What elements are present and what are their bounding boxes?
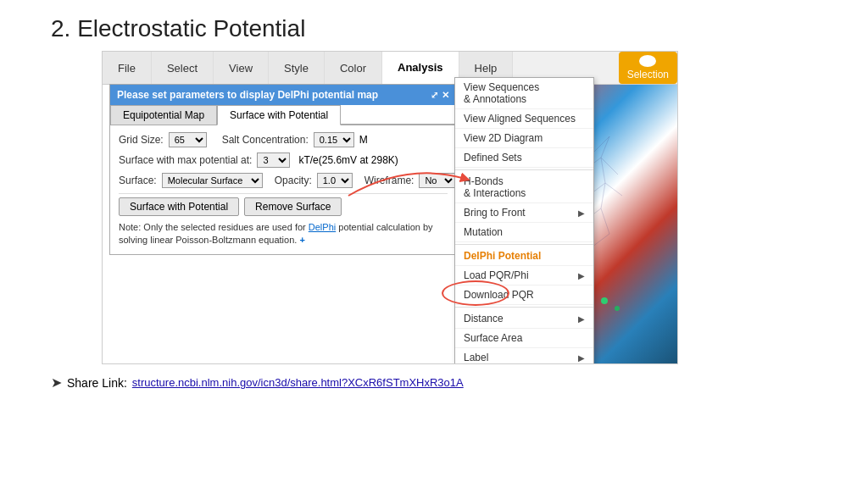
tab-equipotential[interactable]: Equipotential Map — [110, 105, 217, 125]
dropdown-defined-sets[interactable]: Defined Sets — [455, 148, 593, 168]
share-link-area: ➤ Share Link: structure.ncbi.nlm.nih.gov… — [0, 364, 868, 391]
dropdown-view-2d[interactable]: View 2D Diagram — [455, 129, 593, 148]
menu-selection[interactable]: Selection — [619, 52, 677, 84]
analysis-dropdown: View Sequences& Annotations View Aligned… — [454, 77, 594, 364]
dropdown-bring-front[interactable]: Bring to Front ▶ — [455, 203, 593, 223]
surface-max-select[interactable]: 3 1 5 10 — [257, 152, 290, 168]
surface-max-label: Surface with max potential at: — [119, 154, 252, 166]
distance-arrow: ▶ — [578, 314, 585, 324]
dropdown-surface-area[interactable]: Surface Area — [455, 329, 593, 348]
dialog-title-bar: Please set parameters to display DelPhi … — [110, 85, 456, 105]
menu-color[interactable]: Color — [325, 52, 382, 84]
delphi-dialog: Please set parameters to display DelPhi … — [109, 84, 457, 255]
dropdown-delphi[interactable]: DelPhi Potential — [455, 247, 593, 266]
menu-file[interactable]: File — [103, 52, 152, 84]
arrow-icon: ▶ — [578, 208, 585, 218]
dropdown-hbonds[interactable]: H-Bonds& Interactions — [455, 172, 593, 203]
dropdown-label[interactable]: Label ▶ — [455, 348, 593, 364]
dialog-buttons-row: Surface with Potential Remove Surface — [119, 197, 448, 216]
dropdown-download-pqr[interactable]: Download PQR — [455, 286, 593, 305]
dialog-resize-icon[interactable]: ⤢ — [431, 90, 438, 101]
surface-with-potential-button[interactable]: Surface with Potential — [119, 197, 239, 216]
tab-surface-potential[interactable]: Surface with Potential — [217, 105, 341, 125]
opacity-label: Opacity: — [275, 175, 312, 186]
selection-label: Selection — [627, 69, 669, 80]
screenshot-container: File Select View Style Color Analysis He… — [102, 51, 678, 364]
delphi-link[interactable]: DelPhi — [309, 222, 336, 232]
dialog-controls[interactable]: ⤢ ✕ — [431, 90, 449, 101]
dropdown-sep2 — [455, 244, 593, 245]
page-title: 2. Electrostatic Potential — [0, 0, 868, 51]
menu-view[interactable]: View — [214, 52, 269, 84]
dialog-title: Please set parameters to display DelPhi … — [117, 89, 378, 101]
note-text: Note: Only the selected residues are use… — [119, 222, 306, 232]
load-pqr-arrow: ▶ — [578, 271, 585, 280]
dropdown-mutation[interactable]: Mutation — [455, 223, 593, 242]
dialog-note: Note: Only the selected residues are use… — [119, 221, 448, 247]
share-arrow-icon: ➤ — [51, 374, 62, 391]
dropdown-sep3 — [455, 307, 593, 308]
menu-style[interactable]: Style — [269, 52, 325, 84]
dropdown-distance[interactable]: Distance ▶ — [455, 309, 593, 329]
selection-icon — [639, 55, 656, 67]
label-arrow: ▶ — [578, 353, 585, 363]
grid-size-select[interactable]: 65 33 129 — [169, 132, 207, 147]
dialog-close-icon[interactable]: ✕ — [442, 90, 449, 101]
salt-unit: M — [359, 134, 368, 146]
surface-label: Surface: — [119, 175, 157, 186]
salt-conc-select[interactable]: 0.15 0.1 0.0 — [314, 132, 354, 147]
remove-surface-button[interactable]: Remove Surface — [244, 197, 342, 216]
wireframe-label: Wireframe: — [364, 175, 415, 186]
share-prefix: Share Link: — [67, 376, 127, 390]
grid-size-row: Grid Size: 65 33 129 Salt Concentration:… — [119, 132, 448, 147]
wireframe-select[interactable]: No Yes — [419, 173, 456, 188]
menu-analysis[interactable]: Analysis — [382, 52, 459, 84]
dialog-body: Grid Size: 65 33 129 Salt Concentration:… — [110, 125, 456, 254]
menu-select[interactable]: Select — [152, 52, 214, 84]
dropdown-sep1 — [455, 169, 593, 170]
dropdown-view-aligned[interactable]: View Aligned Sequences — [455, 109, 593, 129]
grid-size-label: Grid Size: — [119, 134, 164, 146]
opacity-select[interactable]: 1.0 0.5 0.8 — [317, 173, 353, 188]
surface-options-row: Surface: Molecular Surface Van der Waals… — [119, 173, 448, 188]
salt-conc-label: Salt Concentration: — [222, 134, 309, 146]
share-url[interactable]: structure.ncbi.nlm.nih.gov/icn3d/share.h… — [132, 376, 464, 389]
dropdown-load-pqr[interactable]: Load PQR/Phi ▶ — [455, 266, 593, 286]
dropdown-view-sequences[interactable]: View Sequences& Annotations — [455, 78, 593, 109]
plus-icon[interactable]: + — [299, 235, 304, 245]
surface-max-unit: kT/e(25.6mV at 298K) — [298, 154, 398, 166]
surface-max-row: Surface with max potential at: 3 1 5 10 … — [119, 152, 448, 168]
surface-select[interactable]: Molecular Surface Van der Waals Solvent … — [162, 173, 263, 188]
dialog-tabs: Equipotential Map Surface with Potential — [110, 105, 456, 125]
